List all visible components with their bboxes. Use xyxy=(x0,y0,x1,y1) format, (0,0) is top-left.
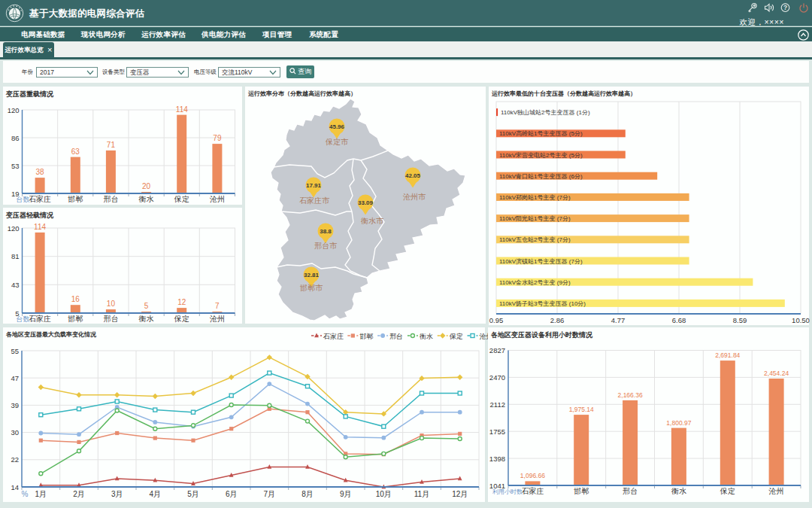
svg-text:台数: 台数 xyxy=(17,315,30,323)
svg-text:12月: 12月 xyxy=(452,490,468,498)
svg-text:17.91: 17.91 xyxy=(306,182,322,189)
svg-text:38: 38 xyxy=(36,168,45,176)
svg-text:33.09: 33.09 xyxy=(358,199,374,206)
svg-text:5: 5 xyxy=(144,302,149,310)
svg-text:石家庄: 石家庄 xyxy=(29,195,51,203)
svg-text:邢台: 邢台 xyxy=(623,487,638,495)
svg-text:保定: 保定 xyxy=(449,333,463,340)
svg-text:邢台: 邢台 xyxy=(389,333,403,340)
svg-text:沧州: 沧州 xyxy=(209,315,225,323)
svg-text:110kV独山城站2号主变压器 (1分): 110kV独山城站2号主变压器 (1分) xyxy=(501,109,590,116)
svg-text:11月: 11月 xyxy=(414,490,429,498)
svg-text:邯郸: 邯郸 xyxy=(67,195,83,203)
svg-text:衡水市: 衡水市 xyxy=(360,217,384,225)
svg-text:邯郸: 邯郸 xyxy=(67,315,83,323)
svg-text:1,800.97: 1,800.97 xyxy=(666,419,691,427)
svg-text:14: 14 xyxy=(11,483,19,491)
svg-text:4月: 4月 xyxy=(150,490,162,498)
svg-text:保定: 保定 xyxy=(174,315,189,323)
svg-text:110kV滨镇站1号主变压器 (7分): 110kV滨镇站1号主变压器 (7分) xyxy=(499,258,583,265)
svg-text:53: 53 xyxy=(11,162,20,170)
svg-text:71: 71 xyxy=(107,141,116,149)
svg-text:保定市: 保定市 xyxy=(325,138,349,146)
svg-text:114: 114 xyxy=(176,105,188,114)
svg-text:45.96: 45.96 xyxy=(329,123,345,130)
svg-text:7月: 7月 xyxy=(264,490,276,498)
svg-text:9月: 9月 xyxy=(340,490,352,498)
svg-text:利用小时数: 利用小时数 xyxy=(492,488,523,495)
svg-text:120: 120 xyxy=(8,106,20,114)
svg-text:2470: 2470 xyxy=(489,373,505,382)
svg-text:12: 12 xyxy=(177,298,186,306)
svg-text:10.50: 10.50 xyxy=(792,316,810,324)
svg-text:47: 47 xyxy=(11,374,19,382)
svg-text:沧州: 沧州 xyxy=(209,195,225,203)
svg-text:1398: 1398 xyxy=(489,455,505,463)
svg-text:16: 16 xyxy=(71,295,80,303)
svg-text:保定: 保定 xyxy=(720,487,735,495)
svg-text:石家庄: 石家庄 xyxy=(29,315,51,323)
svg-text:邯郸市: 邯郸市 xyxy=(299,284,323,292)
svg-text:32.81: 32.81 xyxy=(304,272,320,278)
svg-text:1月: 1月 xyxy=(35,490,47,498)
svg-text:石家庄: 石家庄 xyxy=(521,487,544,495)
svg-text:110kV青口站1号主变压器 (6分): 110kV青口站1号主变压器 (6分) xyxy=(499,173,583,180)
svg-text:衡水: 衡水 xyxy=(671,487,686,495)
svg-text:81: 81 xyxy=(11,252,20,260)
svg-text:邢台: 邢台 xyxy=(103,195,118,203)
svg-text:1,975.14: 1,975.14 xyxy=(569,406,594,413)
svg-text:8.59: 8.59 xyxy=(733,316,747,324)
svg-text:2,166.36: 2,166.36 xyxy=(618,391,643,399)
svg-text:22: 22 xyxy=(11,455,19,464)
svg-text:7: 7 xyxy=(215,302,220,310)
svg-text:邢台: 邢台 xyxy=(103,315,118,323)
svg-text:台数: 台数 xyxy=(17,196,30,203)
svg-text:2,454.24: 2,454.24 xyxy=(764,370,789,377)
svg-text:110kV高岭站1号主变压器 (5分): 110kV高岭站1号主变压器 (5分) xyxy=(499,130,583,137)
svg-text:39: 39 xyxy=(11,401,19,409)
svg-text:114: 114 xyxy=(34,223,46,231)
svg-text:石家庄: 石家庄 xyxy=(323,333,344,340)
svg-text:邢台市: 邢台市 xyxy=(314,242,338,250)
svg-text:衡水: 衡水 xyxy=(138,315,154,323)
svg-text:43: 43 xyxy=(11,281,20,289)
svg-text:5月: 5月 xyxy=(187,490,199,498)
svg-text:邯郸: 邯郸 xyxy=(573,487,589,495)
svg-text:38.8: 38.8 xyxy=(320,228,332,235)
svg-text:沧州市: 沧州市 xyxy=(402,193,426,201)
svg-text:55: 55 xyxy=(11,347,19,355)
svg-text:6.68: 6.68 xyxy=(672,316,686,324)
svg-text:42.05: 42.05 xyxy=(405,172,421,179)
svg-text:4.77: 4.77 xyxy=(611,316,626,324)
svg-text:2112: 2112 xyxy=(490,400,505,409)
svg-text:石家庄市: 石家庄市 xyxy=(299,196,330,205)
svg-text:保定: 保定 xyxy=(174,195,189,203)
svg-text:63: 63 xyxy=(71,148,80,156)
svg-text:2月: 2月 xyxy=(73,490,85,498)
svg-text:110kV五仓站2号主变 (7分): 110kV五仓站2号主变 (7分) xyxy=(499,236,571,243)
svg-text:2827: 2827 xyxy=(489,346,505,354)
svg-text:110kV扬子站3号主变压器 (10分): 110kV扬子站3号主变压器 (10分) xyxy=(499,300,586,307)
svg-text:6月: 6月 xyxy=(226,490,238,498)
svg-text:3月: 3月 xyxy=(111,490,123,498)
svg-text:110kV宋营变电站2号主变 (5分): 110kV宋营变电站2号主变 (5分) xyxy=(499,152,583,159)
svg-text:%: % xyxy=(22,490,29,498)
svg-text:2.86: 2.86 xyxy=(550,316,565,324)
svg-text:沧州: 沧州 xyxy=(768,487,784,495)
svg-text:110kV金水站2号主变 (9分): 110kV金水站2号主变 (9分) xyxy=(499,279,571,286)
svg-text:衡水: 衡水 xyxy=(138,195,154,203)
svg-text:10: 10 xyxy=(107,300,116,308)
svg-text:86: 86 xyxy=(11,134,20,142)
svg-text:1755: 1755 xyxy=(489,427,505,436)
svg-text:110kV郑岗站1号主变 (7分): 110kV郑岗站1号主变 (7分) xyxy=(499,194,571,201)
svg-text:2,691.84: 2,691.84 xyxy=(715,351,740,359)
svg-text:1,096.66: 1,096.66 xyxy=(520,472,545,479)
svg-text:30: 30 xyxy=(11,428,19,437)
svg-text:邯郸: 邯郸 xyxy=(359,333,373,340)
svg-text:120: 120 xyxy=(8,224,20,233)
svg-text:110kV阳光站1号主变 (7分): 110kV阳光站1号主变 (7分) xyxy=(499,215,571,222)
svg-text:10月: 10月 xyxy=(376,490,392,498)
svg-text:20: 20 xyxy=(142,182,151,190)
svg-text:衡水: 衡水 xyxy=(420,333,433,340)
svg-text:0.95: 0.95 xyxy=(489,316,504,324)
